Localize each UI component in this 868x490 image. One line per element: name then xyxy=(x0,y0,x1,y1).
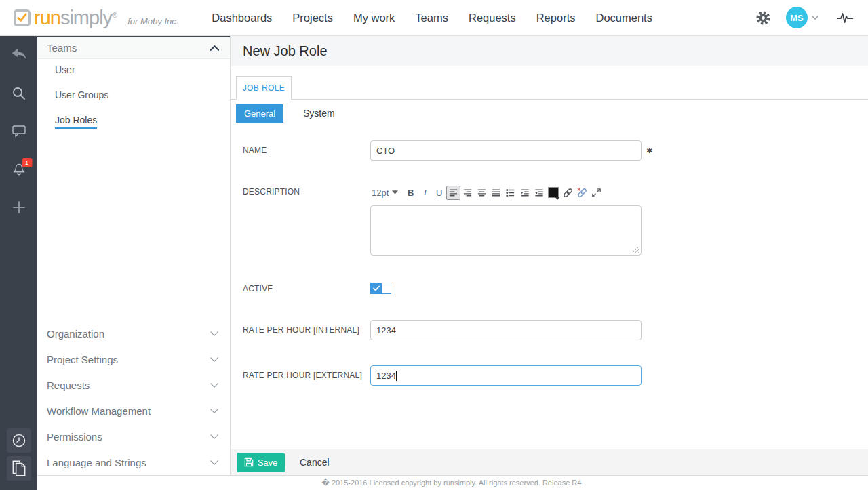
chevron-down-icon xyxy=(210,382,219,388)
rate-internal-label: RATE PER HOUR [INTERNAL] xyxy=(243,325,370,335)
tab-strip: JOB ROLE xyxy=(231,66,868,100)
sidebar-section-teams-label: Teams xyxy=(47,42,77,54)
topbar-right: MS xyxy=(755,7,854,28)
sidebar-section-teams[interactable]: Teams xyxy=(37,36,230,59)
sidebar-collapsed-sections: Organization Project Settings Requests W… xyxy=(37,321,230,475)
sidebar-item-user[interactable]: User xyxy=(37,60,230,84)
rate-external-row: RATE PER HOUR [EXTERNAL] xyxy=(243,365,868,386)
editor-toolbar: 12pt B I U xyxy=(370,184,642,201)
page-header: New Job Role xyxy=(231,36,868,66)
outdent-button[interactable] xyxy=(532,186,546,200)
search-icon[interactable] xyxy=(12,86,26,101)
tab-general[interactable]: General xyxy=(236,104,283,123)
logo-checkbox-icon xyxy=(14,9,31,26)
top-navbar: runsimply® for Moby Inc. Dashboards Proj… xyxy=(0,0,868,36)
back-arrow-icon[interactable] xyxy=(11,49,27,60)
user-avatar[interactable]: MS xyxy=(786,7,808,28)
notifications-bell-icon[interactable]: 1 xyxy=(12,163,26,176)
font-size-caret-icon[interactable] xyxy=(392,190,398,195)
app-logo[interactable]: runsimply® xyxy=(14,8,117,28)
notification-badge: 1 xyxy=(22,158,32,167)
check-icon xyxy=(371,283,382,293)
chevron-down-icon xyxy=(210,434,219,440)
copyright-footer: � 2015-2016 Licensed copyright by runsim… xyxy=(37,475,868,490)
chevron-down-icon xyxy=(210,331,219,337)
icon-rail: 1 xyxy=(0,36,37,490)
underline-button[interactable]: U xyxy=(432,186,446,200)
main-content: New Job Role JOB ROLE General System NAM… xyxy=(231,36,868,475)
copyright-text: � 2015-2016 Licensed copyright by runsim… xyxy=(322,478,584,487)
indent-button[interactable] xyxy=(517,186,532,200)
settings-sidebar: Teams User User Groups Job Roles Organiz… xyxy=(37,36,231,475)
nav-requests[interactable]: Requests xyxy=(469,12,516,24)
nav-reports[interactable]: Reports xyxy=(536,12,576,24)
subtab-strip: General System xyxy=(231,100,868,123)
description-row: DESCRIPTION 12pt B I U xyxy=(243,184,868,256)
documents-copy-icon[interactable] xyxy=(7,456,31,481)
time-tracking-clock-icon[interactable] xyxy=(7,428,31,453)
sidebar-section-permissions[interactable]: Permissions xyxy=(37,424,230,449)
nav-documents[interactable]: Documents xyxy=(595,12,652,24)
sidebar-section-workflow-management[interactable]: Workflow Management xyxy=(37,398,230,424)
name-row: NAME ✱ xyxy=(243,140,868,161)
sidebar-item-user-groups[interactable]: User Groups xyxy=(37,85,230,109)
text-cursor xyxy=(396,371,397,381)
logo-text: runsimply® xyxy=(34,8,117,28)
nav-dashboards[interactable]: Dashboards xyxy=(212,12,272,24)
rate-internal-input[interactable] xyxy=(370,320,642,340)
settings-gear-icon[interactable] xyxy=(755,10,771,26)
nav-teams[interactable]: Teams xyxy=(415,12,448,24)
sidebar-section-project-settings[interactable]: Project Settings xyxy=(37,346,230,372)
nav-my-work[interactable]: My work xyxy=(353,12,395,24)
description-textarea[interactable] xyxy=(370,205,642,256)
description-label: DESCRIPTION xyxy=(243,187,370,197)
add-plus-icon[interactable] xyxy=(12,201,26,214)
font-size-select[interactable]: 12pt xyxy=(372,188,389,198)
rate-external-input[interactable] xyxy=(370,365,642,386)
unlink-button[interactable] xyxy=(575,186,589,200)
text-color-button[interactable] xyxy=(548,187,559,198)
save-button[interactable]: Save xyxy=(237,453,285,472)
align-center-button[interactable] xyxy=(475,186,489,200)
rate-internal-row: RATE PER HOUR [INTERNAL] xyxy=(243,320,868,340)
chevron-down-icon xyxy=(210,356,219,363)
cancel-button[interactable]: Cancel xyxy=(300,457,330,468)
tab-system[interactable]: System xyxy=(303,104,335,123)
sidebar-item-job-roles[interactable]: Job Roles xyxy=(37,110,230,134)
link-button[interactable] xyxy=(561,186,575,200)
job-role-form: NAME ✱ DESCRIPTION 12pt B I U xyxy=(231,123,868,449)
tab-job-role[interactable]: JOB ROLE xyxy=(236,76,292,100)
resize-handle-icon[interactable] xyxy=(632,246,639,253)
bullet-list-button[interactable] xyxy=(503,186,517,200)
sidebar-section-requests[interactable]: Requests xyxy=(37,372,230,398)
page-title: New Job Role xyxy=(243,43,328,59)
active-toggle[interactable] xyxy=(370,283,391,294)
italic-button[interactable]: I xyxy=(418,186,432,200)
chevron-up-icon xyxy=(210,45,220,52)
name-input[interactable] xyxy=(370,140,642,161)
tenant-tagline: for Moby Inc. xyxy=(127,16,178,26)
fullscreen-button[interactable] xyxy=(589,186,604,200)
justify-button[interactable] xyxy=(489,186,503,200)
required-marker: ✱ xyxy=(646,146,652,155)
align-left-button[interactable] xyxy=(446,186,460,200)
description-editor: 12pt B I U xyxy=(370,184,642,256)
sidebar-section-organization[interactable]: Organization xyxy=(37,321,230,346)
bold-button[interactable]: B xyxy=(403,186,418,200)
chat-icon[interactable] xyxy=(11,124,26,138)
active-label: ACTIVE xyxy=(243,284,370,293)
avatar-chevron-down-icon[interactable] xyxy=(811,15,819,20)
action-bar: Save Cancel xyxy=(231,449,868,475)
chevron-down-icon xyxy=(210,460,219,466)
nav-projects[interactable]: Projects xyxy=(292,12,333,24)
toggle-knob xyxy=(382,283,391,293)
activity-pulse-icon[interactable] xyxy=(837,10,854,25)
sidebar-section-language-and-strings[interactable]: Language and Strings xyxy=(37,449,230,475)
chevron-down-icon xyxy=(210,408,219,414)
active-row: ACTIVE xyxy=(243,283,868,294)
rate-external-label: RATE PER HOUR [EXTERNAL] xyxy=(243,371,370,380)
align-right-button[interactable] xyxy=(460,186,475,200)
name-label: NAME xyxy=(243,146,370,155)
main-nav: Dashboards Projects My work Teams Reques… xyxy=(201,12,663,24)
floppy-disk-icon xyxy=(244,457,254,467)
